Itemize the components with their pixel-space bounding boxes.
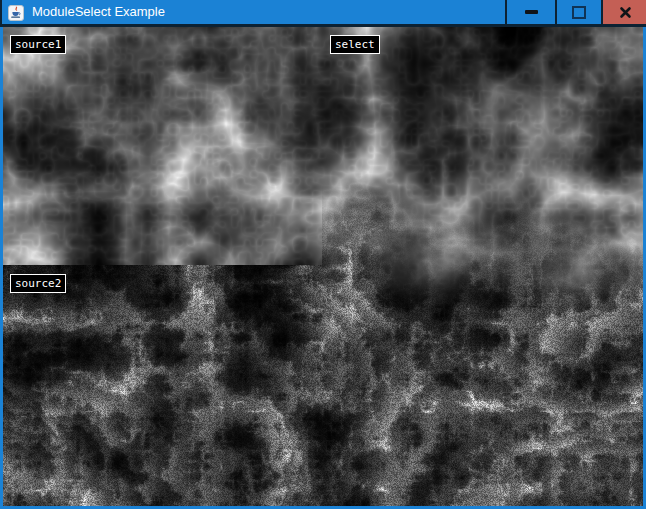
label-source2: source2 <box>10 274 66 293</box>
minimize-dash-icon <box>525 10 538 14</box>
app-window: ModuleSelect Example source1 select sour… <box>0 0 646 509</box>
titlebar[interactable]: ModuleSelect Example <box>0 0 646 27</box>
render-area: source1 select source2 <box>3 27 643 506</box>
minimize-button[interactable] <box>505 0 555 24</box>
close-x-icon <box>619 6 632 19</box>
window-controls <box>505 0 646 24</box>
window-title: ModuleSelect Example <box>32 0 165 24</box>
close-button[interactable] <box>601 0 646 24</box>
maximize-button[interactable] <box>555 0 601 24</box>
java-coffee-cup-icon <box>8 5 24 21</box>
label-source1: source1 <box>10 35 66 54</box>
maximize-square-icon <box>572 6 586 19</box>
noise-canvas <box>3 27 643 506</box>
label-select: select <box>330 35 380 54</box>
